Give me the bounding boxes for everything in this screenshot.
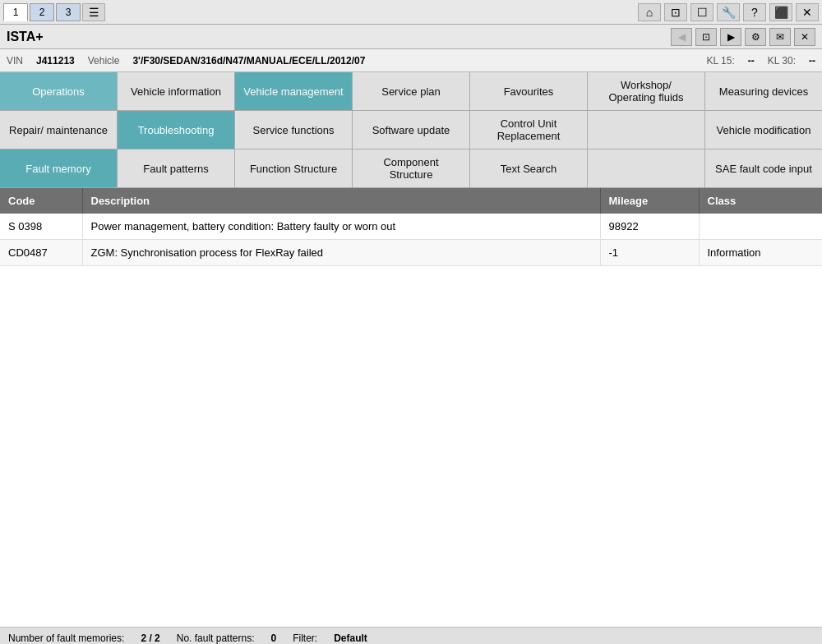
kl30-value: -- (809, 55, 815, 67)
nav-row-1: Operations Vehicle information Vehicle m… (0, 72, 822, 111)
nav-repair-maintenance[interactable]: Repair/ maintenance (0, 111, 118, 149)
vehicle-label: Vehicle (88, 55, 120, 67)
cell-description: ZGM: Synchronisation process for FlexRay… (82, 240, 600, 266)
help-icon[interactable]: ? (743, 3, 766, 21)
print-icon[interactable]: ☐ (690, 3, 713, 21)
header-class: Class (699, 188, 822, 214)
nav-vehicle-information[interactable]: Vehicle information (118, 72, 235, 110)
app-title: ISTA+ (7, 30, 44, 44)
nav-troubleshooting[interactable]: Troubleshooting (118, 111, 235, 149)
close-icon[interactable]: ✕ (796, 3, 819, 21)
vin-value: J411213 (36, 55, 75, 67)
nav-workshop-fluids[interactable]: Workshop/ Operating fluids (588, 72, 705, 110)
tab-1[interactable]: 1 (3, 3, 28, 21)
cell-code: CD0487 (0, 240, 82, 266)
fault-patterns-value: 0 (270, 632, 276, 644)
kl15-label: KL 15: (707, 55, 735, 67)
table-wrapper: Code Description Mileage Class S 0398Pow… (0, 188, 822, 627)
table-row[interactable]: S 0398Power management, battery conditio… (0, 214, 822, 240)
nav-software-update[interactable]: Software update (353, 111, 470, 149)
main-content: Code Description Mileage Class S 0398Pow… (0, 188, 822, 627)
nav-vehicle-modification[interactable]: Vehicle modification (705, 111, 822, 149)
nav-text-search[interactable]: Text Search (470, 150, 588, 187)
tab-2[interactable]: 2 (30, 3, 54, 21)
fault-memories-label: Number of fault memories: (8, 632, 124, 644)
vin-label: VIN (7, 55, 23, 67)
cell-mileage: -1 (600, 240, 699, 266)
nav-component-structure[interactable]: Component Structure (353, 150, 470, 187)
nav-fault-memory[interactable]: Fault memory (0, 150, 118, 187)
header-mileage: Mileage (600, 188, 699, 214)
nav-row-2: Repair/ maintenance Troubleshooting Serv… (0, 111, 822, 150)
cell-code: S 0398 (0, 214, 82, 240)
table-header-row: Code Description Mileage Class (0, 188, 822, 214)
close-app-button[interactable]: ✕ (794, 28, 815, 46)
back-button[interactable]: ◀ (671, 28, 692, 46)
settings-button[interactable]: ⚙ (745, 28, 766, 46)
nav-function-structure[interactable]: Function Structure (235, 150, 353, 187)
fault-patterns-label: No. fault patterns: (177, 632, 255, 644)
minimize-icon[interactable]: ⬛ (769, 3, 792, 21)
cell-description: Power management, battery condition: Bat… (82, 214, 600, 240)
fault-table: Code Description Mileage Class S 0398Pow… (0, 188, 822, 266)
nav-empty-1 (588, 111, 705, 149)
app-bar: ISTA+ ◀ ⊡ ▶ ⚙ ✉ ✕ (0, 25, 822, 49)
nav-sae-fault-code[interactable]: SAE fault code input (705, 150, 822, 187)
header-description: Description (82, 188, 600, 214)
nav-menu: Operations Vehicle information Vehicle m… (0, 72, 822, 188)
titlebar-actions: ⌂ ⊡ ☐ 🔧 ? ⬛ ✕ (638, 3, 819, 21)
kl15-value: -- (748, 55, 755, 67)
app-nav: ◀ ⊡ ▶ ⚙ ✉ ✕ (671, 28, 815, 46)
monitor-icon[interactable]: ⊡ (664, 3, 687, 21)
tab-3[interactable]: 3 (56, 3, 81, 21)
nav-fault-patterns[interactable]: Fault patterns (118, 150, 235, 187)
cell-mileage: 98922 (600, 214, 699, 240)
nav-measuring-devices[interactable]: Measuring devices (705, 72, 822, 110)
nav-operations[interactable]: Operations (0, 72, 118, 110)
header-code: Code (0, 188, 82, 214)
fault-table-body: S 0398Power management, battery conditio… (0, 214, 822, 266)
home-icon[interactable]: ⌂ (638, 3, 661, 21)
forward-button[interactable]: ▶ (720, 28, 741, 46)
vehicle-info-bar: VIN J411213 Vehicle 3'/F30/SEDAN/316d/N4… (0, 49, 822, 72)
filter-value: Default (334, 632, 367, 644)
tab-bar: 1 2 3 ☰ (3, 3, 105, 21)
nav-favourites[interactable]: Favourites (470, 72, 588, 110)
nav-service-plan[interactable]: Service plan (353, 72, 470, 110)
fault-memories-value: 2 / 2 (141, 632, 159, 644)
table-row[interactable]: CD0487ZGM: Synchronisation process for F… (0, 240, 822, 266)
nav-row-3: Fault memory Fault patterns Function Str… (0, 150, 822, 188)
cell-class: Information (699, 240, 822, 266)
status-bar: Number of fault memories: 2 / 2 No. faul… (0, 627, 822, 644)
kl30-label: KL 30: (768, 55, 796, 67)
title-bar: 1 2 3 ☰ ⌂ ⊡ ☐ 🔧 ? ⬛ ✕ (0, 0, 822, 25)
filter-label: Filter: (293, 632, 317, 644)
mail-button[interactable]: ✉ (769, 28, 791, 46)
nav-empty-2 (588, 150, 705, 187)
nav-service-functions[interactable]: Service functions (235, 111, 353, 149)
vehicle-value: 3'/F30/SEDAN/316d/N47/MANUAL/ECE/LL/2012… (132, 55, 365, 67)
tools-icon[interactable]: 🔧 (717, 3, 740, 21)
nav-vehicle-management[interactable]: Vehicle management (235, 72, 353, 110)
nav-overview[interactable]: ⊡ (695, 28, 717, 46)
nav-control-unit-replacement[interactable]: Control Unit Replacement (470, 111, 588, 149)
cell-class (699, 214, 822, 240)
list-icon[interactable]: ☰ (82, 3, 105, 21)
